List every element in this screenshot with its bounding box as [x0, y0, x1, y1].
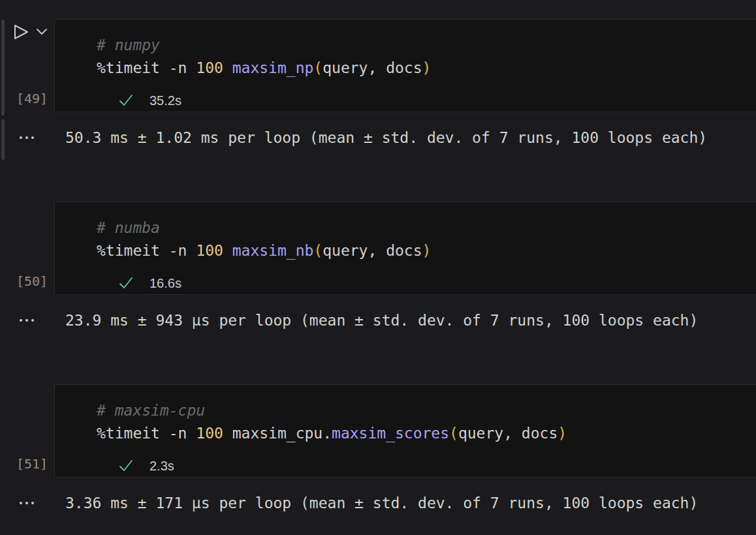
cell-editor[interactable]: # maxsim-cpu %timeit -n 100 maxsim_cpu.m…: [54, 384, 756, 478]
cell-output: 23.9 ms ± 943 µs per loop (mean ± std. d…: [0, 313, 756, 328]
code-token-plain: %timeit -n: [97, 59, 196, 76]
execution-count: [50]: [16, 273, 48, 289]
code-token-plain: %timeit -n: [97, 242, 196, 259]
execution-count: [51]: [16, 456, 48, 472]
execution-duration: 16.6s: [150, 276, 181, 291]
code-comment-line: # maxsim-cpu: [97, 399, 756, 422]
ellipsis-icon: [18, 135, 35, 140]
cell-status-bar: 2.3s: [97, 459, 756, 472]
code-token-plain: query, docs: [458, 425, 558, 442]
code-token-bracket: ): [422, 242, 432, 259]
notebook-cell: [51] # maxsim-cpu %timeit -n 100 maxsim_…: [0, 384, 756, 478]
output-text: 23.9 ms ± 943 µs per loop (mean ± std. d…: [65, 313, 698, 328]
ellipsis-icon: [18, 318, 35, 323]
cell-editor[interactable]: # numpy %timeit -n 100 maxsim_np(query, …: [54, 19, 756, 112]
run-options-button[interactable]: [35, 27, 48, 37]
cell-editor[interactable]: # numba %timeit -n 100 maxsim_nb(query, …: [54, 202, 756, 295]
cell-run-controls: [13, 23, 48, 41]
code-token-bracket: (: [449, 425, 458, 442]
execution-count: [49]: [16, 91, 48, 106]
code-comment-line: # numpy: [97, 34, 756, 57]
success-check-icon: [118, 277, 134, 290]
cell-output: 50.3 ms ± 1.02 ms per loop (mean ± std. …: [0, 130, 756, 145]
code-line: %timeit -n 100 maxsim_cpu.maxsim_scores(…: [97, 422, 756, 445]
code-token-plain: maxsim_cpu.: [223, 425, 332, 442]
cell-status-bar: 16.6s: [97, 277, 756, 290]
code-token-bracket: (: [313, 59, 323, 76]
code-token-bracket: ): [558, 425, 567, 442]
execution-duration: 2.3s: [150, 459, 174, 474]
cell-output: 3.36 ms ± 171 µs per loop (mean ± std. d…: [0, 495, 756, 511]
output-text: 3.36 ms ± 171 µs per loop (mean ± std. d…: [65, 495, 698, 511]
cell-status-bar: 35.2s: [97, 94, 756, 107]
code-token-bracket: ): [422, 59, 432, 76]
notebook-cell: [49] # numpy %timeit -n 100 maxsim_np(qu…: [0, 19, 756, 112]
code-token-number: 100: [196, 242, 223, 259]
ellipsis-icon: [18, 500, 35, 506]
notebook-cell: [50] # numba %timeit -n 100 maxsim_nb(qu…: [0, 202, 756, 295]
execution-duration: 35.2s: [150, 93, 181, 108]
code-token-function: maxsim_nb: [232, 242, 314, 259]
play-icon: [13, 23, 29, 41]
output-more-button[interactable]: [18, 135, 65, 140]
success-check-icon: [118, 94, 134, 107]
code-token-number: 100: [196, 59, 223, 76]
code-line: %timeit -n 100 maxsim_nb(query, docs): [97, 239, 756, 262]
output-more-button[interactable]: [18, 500, 65, 506]
code-token-plain: %timeit -n: [97, 425, 196, 442]
run-cell-button[interactable]: [13, 23, 29, 41]
chevron-down-icon: [35, 27, 48, 37]
output-focus-bar: [1, 119, 5, 160]
code-token-function: maxsim_np: [232, 59, 314, 76]
code-comment-line: # numba: [97, 217, 756, 239]
code-token-plain: query, docs: [323, 59, 422, 76]
code-line: %timeit -n 100 maxsim_np(query, docs): [97, 57, 756, 80]
code-token-function: maxsim_scores: [332, 425, 449, 442]
output-text: 50.3 ms ± 1.02 ms per loop (mean ± std. …: [65, 130, 707, 145]
code-token-bracket: (: [313, 242, 323, 259]
code-token-plain: [223, 59, 232, 76]
code-token-number: 100: [196, 425, 223, 442]
success-check-icon: [118, 459, 134, 472]
output-more-button[interactable]: [18, 318, 65, 323]
code-token-plain: [223, 242, 232, 259]
code-token-plain: query, docs: [323, 242, 422, 259]
